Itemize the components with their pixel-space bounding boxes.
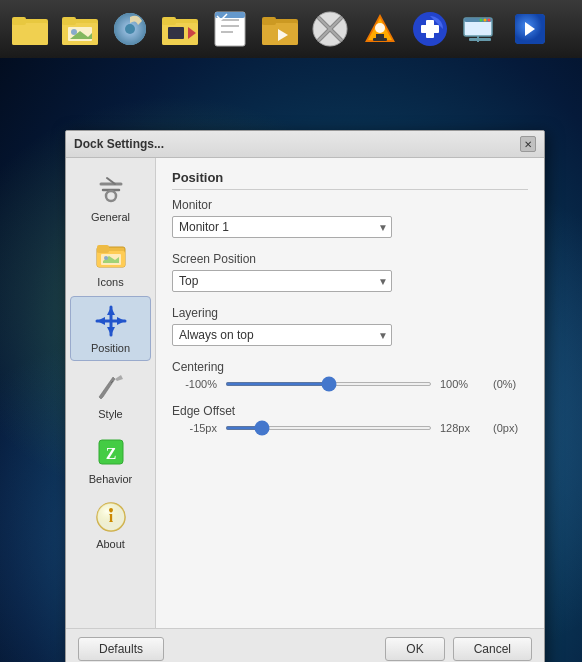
svg-point-43 (484, 19, 487, 22)
taskbar-icon-folder[interactable] (6, 5, 54, 53)
edge-offset-label: Edge Offset (172, 404, 528, 418)
centering-slider[interactable] (225, 382, 432, 386)
edge-offset-group: Edge Offset -15px 128px (0px) (172, 404, 528, 434)
screen-position-dropdown-container: Top Bottom Left Right ▼ (172, 270, 392, 292)
svg-marker-60 (107, 327, 115, 335)
edge-offset-max-label: 128px (440, 422, 485, 434)
svg-rect-53 (97, 245, 109, 253)
monitor-select[interactable]: Monitor 1 (172, 216, 392, 238)
sidebar-about-label: About (96, 538, 125, 550)
sidebar-behavior-label: Behavior (89, 473, 132, 485)
sidebar-item-general[interactable]: General (70, 166, 151, 229)
sidebar: General Icons (66, 158, 156, 628)
icons-icon (93, 237, 129, 273)
svg-point-11 (125, 24, 135, 34)
dialog-body: General Icons (66, 158, 544, 628)
svg-marker-59 (107, 307, 115, 315)
svg-rect-21 (215, 12, 245, 18)
screen-position-select[interactable]: Top Bottom Left Right (172, 270, 392, 292)
taskbar-icon-tools[interactable] (306, 5, 354, 53)
svg-rect-33 (373, 38, 387, 41)
svg-rect-2 (12, 17, 26, 25)
svg-marker-61 (97, 317, 105, 325)
dialog-title: Dock Settings... (74, 137, 164, 151)
svg-rect-1 (12, 23, 48, 45)
svg-rect-14 (162, 17, 176, 25)
centering-group: Centering -100% 100% (0%) (172, 360, 528, 390)
cancel-button[interactable]: Cancel (453, 637, 532, 661)
general-icon (93, 172, 129, 208)
sidebar-item-icons[interactable]: Icons (70, 231, 151, 294)
taskbar (0, 0, 582, 58)
svg-point-42 (488, 19, 491, 22)
taskbar-icon-video[interactable] (156, 5, 204, 53)
sidebar-item-behavior[interactable]: Z Behavior (70, 428, 151, 491)
svg-rect-24 (262, 17, 276, 25)
centering-max-label: 100% (440, 378, 485, 390)
defaults-button[interactable]: Defaults (78, 637, 164, 661)
sidebar-item-about[interactable]: i About (70, 493, 151, 556)
dialog-titlebar: Dock Settings... ✕ (66, 131, 544, 158)
monitor-dropdown-container: Monitor 1 ▼ (172, 216, 392, 238)
taskbar-icon-images[interactable] (56, 5, 104, 53)
style-icon (93, 369, 129, 405)
layering-dropdown-container: Always on top Normal Below windows ▼ (172, 324, 392, 346)
sidebar-icons-label: Icons (97, 276, 123, 288)
monitor-label: Monitor (172, 198, 528, 212)
centering-min-label: -100% (172, 378, 217, 390)
sidebar-item-style[interactable]: Style (70, 363, 151, 426)
svg-rect-37 (421, 25, 439, 33)
svg-rect-5 (62, 17, 76, 25)
centering-slider-row: -100% 100% (0%) (172, 378, 528, 390)
screen-position-label: Screen Position (172, 252, 528, 266)
svg-point-69 (109, 508, 113, 512)
dock-settings-dialog: Dock Settings... ✕ General (65, 130, 545, 662)
svg-text:Z: Z (105, 445, 116, 462)
taskbar-icon-folder2[interactable] (256, 5, 304, 53)
layering-label: Layering (172, 306, 528, 320)
svg-marker-62 (117, 317, 125, 325)
edge-offset-min-label: -15px (172, 422, 217, 434)
taskbar-icon-vlc[interactable] (356, 5, 404, 53)
svg-rect-41 (469, 38, 491, 41)
position-icon (93, 303, 129, 339)
svg-point-49 (106, 191, 116, 201)
monitor-group: Monitor Monitor 1 ▼ (172, 198, 528, 238)
sidebar-item-position[interactable]: Position (70, 296, 151, 361)
sidebar-general-label: General (91, 211, 130, 223)
sidebar-position-label: Position (91, 342, 130, 354)
section-title: Position (172, 170, 528, 190)
screen-position-group: Screen Position Top Bottom Left Right ▼ (172, 252, 528, 292)
edge-offset-value: (0px) (493, 422, 528, 434)
edge-offset-slider[interactable] (225, 426, 432, 430)
centering-value: (0%) (493, 378, 528, 390)
ok-button[interactable]: OK (385, 637, 444, 661)
sidebar-style-label: Style (98, 408, 122, 420)
centering-label: Centering (172, 360, 528, 374)
close-button[interactable]: ✕ (520, 136, 536, 152)
edge-offset-slider-row: -15px 128px (0px) (172, 422, 528, 434)
footer-right-buttons: OK Cancel (385, 637, 532, 661)
layering-select[interactable]: Always on top Normal Below windows (172, 324, 392, 346)
taskbar-icon-music[interactable] (106, 5, 154, 53)
about-icon: i (93, 499, 129, 535)
layering-group: Layering Always on top Normal Below wind… (172, 306, 528, 346)
taskbar-icon-medical[interactable] (406, 5, 454, 53)
main-content: Position Monitor Monitor 1 ▼ Screen Posi… (156, 158, 544, 628)
taskbar-icon-remote[interactable] (506, 5, 554, 53)
svg-point-44 (480, 19, 483, 22)
behavior-icon: Z (93, 434, 129, 470)
dialog-footer: Defaults OK Cancel (66, 628, 544, 662)
taskbar-icon-checklist[interactable] (206, 5, 254, 53)
svg-point-7 (71, 29, 77, 35)
svg-point-34 (375, 23, 385, 33)
svg-point-56 (104, 256, 108, 260)
svg-rect-15 (168, 27, 184, 39)
taskbar-icon-network[interactable] (456, 5, 504, 53)
